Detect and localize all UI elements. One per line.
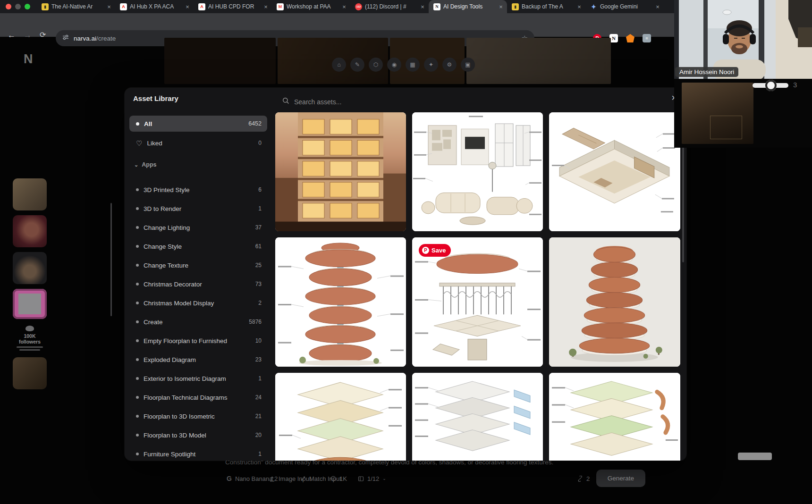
asset-library-modal: Asset Library × All 6452 ♡ Liked [125,88,686,461]
bullet-icon [136,453,139,455]
bullet-icon [136,122,139,126]
followers-card[interactable]: 100K followers [13,324,47,353]
tab-close-icon[interactable]: × [184,3,191,10]
pages-selector[interactable]: 1/12 ⌄ [358,472,386,485]
asset-search[interactable] [282,97,408,106]
bullet-icon [136,339,139,342]
modal-scrollbar[interactable] [682,144,684,262]
narva-logo: N [24,52,33,67]
adobe-icon: A [120,3,127,10]
browser-tab[interactable]: A AI Hub X PA ACA × [115,0,194,13]
sidebar-item[interactable]: Change Style61 [129,237,267,256]
attachment-count: 2 [586,475,590,482]
window-minimize-button[interactable] [15,4,21,9]
tab-close-icon[interactable]: × [654,3,661,10]
grid-icon[interactable]: ▦ [406,58,420,72]
tab-close-icon[interactable]: × [576,3,583,10]
pinterest-save-button[interactable]: P Save [419,244,451,257]
sidebar-item[interactable]: Christmas Model Display2 [129,294,267,312]
history-thumbnail[interactable] [13,289,47,319]
asset-thumbnail[interactable] [412,112,543,231]
browser-tab[interactable]: A AI HUB CPD FOR × [194,0,272,13]
spark-icon[interactable]: ✦ [424,58,438,72]
sidebar-item[interactable]: Create5876 [129,312,267,331]
page-scrollbar[interactable] [110,203,112,316]
sidebar-item[interactable]: Floorplan to 3D Isometric21 [129,407,267,426]
asset-sidebar: All 6452 ♡ Liked 0 ⌄ Apps 3D Printed Sty… [129,108,267,461]
tab-close-icon[interactable]: × [262,3,269,10]
bullet-icon [136,283,139,286]
sidebar-item[interactable]: Empty Floorplan to Furnished10 [129,331,267,350]
pages-label: 1/12 [367,475,379,482]
asset-thumbnail[interactable] [275,112,406,231]
picture-frame [710,116,742,139]
resize-arrows-icon [300,476,306,481]
participant-name-label: Amir Hossein Noori [675,67,738,77]
sidebar-item-all[interactable]: All 6452 [129,116,267,132]
room-video-preview [682,83,753,144]
panel-icon[interactable]: ▣ [461,58,475,72]
sidebar-item[interactable]: Exterior to Isometric Diagram1 [129,369,267,388]
browser-tab[interactable]: ▮ The AI-Native Ar × [37,0,115,13]
tab-title: The AI-Native Ar [51,3,103,10]
window-close-button[interactable] [6,4,11,9]
tab-title: AI Design Tools [443,3,495,10]
pen-icon[interactable]: ✎ [350,58,364,72]
sidebar-item-count: 0 [258,140,262,146]
search-input[interactable] [293,98,408,106]
sidebar-item[interactable]: Furniture Spotlight1 [129,445,267,461]
cube-icon[interactable]: ⬡ [369,58,383,72]
bullet-icon [136,358,139,361]
screen: ▮ The AI-Native Ar × A AI Hub X PA ACA ×… [0,0,812,504]
tab-close-icon[interactable]: × [419,3,426,10]
apps-list: 3D Printed Style6 3D to Render1 Change L… [129,180,267,461]
history-thumbnail[interactable] [13,357,47,389]
home-icon[interactable]: ⌂ [332,58,346,72]
asset-thumbnail[interactable] [275,237,406,367]
sidebar-item[interactable]: 3D to Render1 [129,199,267,218]
asset-thumbnail[interactable]: P Save [412,237,543,367]
generate-button[interactable]: Generate [596,470,645,487]
resolution-label: 1K [339,475,347,482]
apps-section-header[interactable]: ⌄ Apps [129,158,267,171]
bullet-icon [136,207,139,210]
tab-title: Google Gemini [600,3,651,10]
history-thumbnail[interactable] [13,252,47,284]
sidebar-item[interactable]: Christmas Decorator73 [129,275,267,294]
sidebar-item[interactable]: 3D Printed Style6 [129,180,267,199]
chevron-down-icon: ⌄ [382,476,386,481]
corner-handle[interactable] [738,453,772,460]
tab-title: AI Hub X PA ACA [130,3,181,10]
tab-close-icon[interactable]: × [106,3,112,10]
tab-close-icon[interactable]: × [498,3,504,10]
sidebar-item[interactable]: Floorplan to 3D Model20 [129,426,267,445]
history-thumbnail[interactable] [13,178,47,210]
history-thumbnail[interactable] [13,215,47,247]
sidebar-item[interactable]: Change Lighting37 [129,218,267,237]
circle-icon [330,476,336,481]
sidebar-item-liked[interactable]: ♡ Liked 0 [129,134,267,152]
orb-icon[interactable]: ◉ [387,58,401,72]
attachments-indicator[interactable]: 2 [577,472,590,485]
tools-icon[interactable]: ⚙ [442,58,457,72]
bullet-icon [136,302,139,304]
sidebar-item[interactable]: Exploded Diagram23 [129,350,267,369]
asset-thumbnail[interactable] [412,373,543,461]
sidebar-item[interactable]: Floorplan Technical Diagrams24 [129,388,267,407]
browser-tab[interactable]: 112 (112) Discord | # × [350,0,429,13]
browser-tab[interactable]: ✦ Google Gemini × [585,0,664,13]
browser-tab[interactable]: ▮ Backup of The A × [507,0,585,13]
asset-thumbnail[interactable] [549,237,680,367]
resolution-selector[interactable]: 1K [330,472,347,485]
browser-tab[interactable]: M Workshop at PAA × [272,0,350,13]
asset-thumbnail[interactable] [275,373,406,461]
sidebar-item[interactable]: Change Texture25 [129,256,267,275]
window-zoom-button[interactable] [25,4,30,9]
browser-tab-active[interactable]: N AI Design Tools × [429,0,507,13]
tab-close-icon[interactable]: × [341,3,347,10]
bullet-icon [136,320,139,323]
asset-thumbnail[interactable] [549,112,680,231]
webcam-secondary-panel: 3 [674,79,812,148]
asset-thumbnail[interactable] [549,373,680,461]
slider-knob[interactable] [765,80,777,91]
